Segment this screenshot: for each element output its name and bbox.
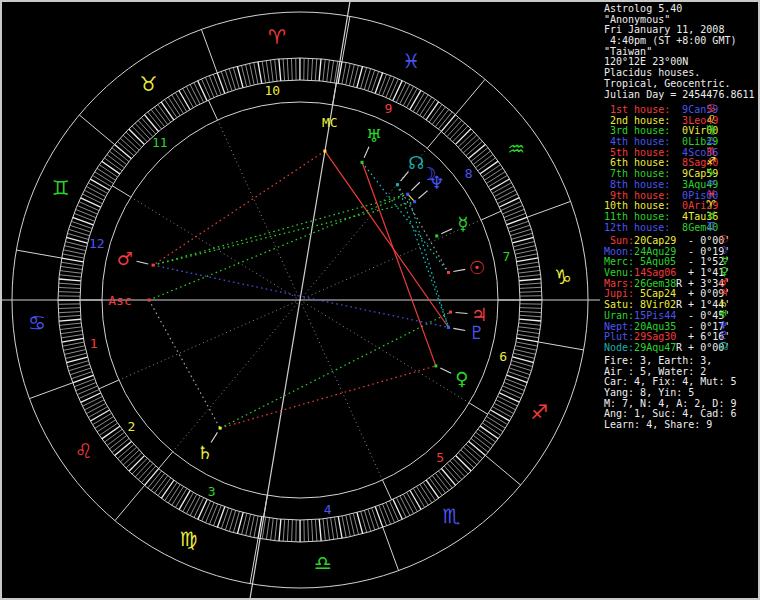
degree-tick [487, 417, 506, 429]
planet-label: Mars: [604, 278, 634, 289]
degree-tick [206, 503, 215, 523]
degree-tick [271, 518, 274, 540]
degree-tick [496, 190, 516, 200]
degree-tick [246, 514, 251, 535]
house-number: 3 [208, 484, 216, 499]
sign-boundary-spoke [455, 79, 485, 114]
degree-tick [509, 368, 530, 375]
degree-tick [59, 323, 81, 325]
sign-boundary-spoke [383, 527, 399, 570]
degree-tick [501, 202, 521, 211]
sign-boundary-spoke [538, 342, 583, 350]
degree-tick [517, 338, 539, 342]
degree-tick [308, 58, 309, 80]
degree-tick [346, 515, 351, 537]
house-cusp-spoke [99, 380, 119, 389]
degree-tick [287, 520, 288, 542]
sign-boundary-spoke [115, 485, 145, 520]
planet-icon: ☊ [718, 342, 728, 353]
aspect-line [153, 202, 415, 265]
zodiac-sign-icon: ♋ [28, 311, 46, 335]
chart-info-panel: Astrolog 5.40"Anonymous"Fri January 11, … [604, 0, 758, 600]
degree-tick [86, 403, 105, 413]
degree-tick [315, 519, 317, 541]
degree-tick [516, 254, 538, 258]
sign-boundary-spoke [485, 455, 520, 485]
degree-tick [519, 319, 541, 321]
degree-tick [390, 501, 399, 521]
degree-tick [292, 520, 293, 542]
degree-tick [217, 507, 225, 528]
planet-icon: ♂ [117, 248, 133, 269]
degree-tick [327, 518, 330, 540]
degree-tick [221, 71, 228, 92]
planet-dot [449, 311, 452, 314]
degree-tick [59, 319, 81, 321]
degree-tick [334, 517, 337, 539]
degree-tick [505, 213, 526, 221]
degree-tick [507, 375, 528, 383]
degree-tick [79, 390, 99, 399]
degree-tick [519, 279, 541, 281]
degree-tick [520, 308, 542, 309]
degree-tick [74, 213, 95, 221]
planet-icon: ☊ [408, 152, 424, 173]
degree-tick [198, 81, 207, 101]
zodiac-sign-icon: ♏ [443, 504, 461, 528]
planet-label: Uran: [604, 310, 634, 321]
degree-tick [73, 375, 94, 383]
degree-tick [205, 77, 214, 97]
degree-tick [58, 308, 80, 309]
degree-tick [403, 86, 413, 105]
aspect-line [153, 151, 325, 265]
degree-tick [168, 485, 180, 503]
degree-tick [81, 198, 101, 207]
degree-tick [64, 350, 85, 355]
degree-tick [291, 58, 292, 80]
degree-tick [516, 342, 538, 346]
degree-tick [397, 498, 407, 518]
degree-tick [202, 79, 211, 99]
degree-tick [519, 323, 541, 325]
degree-tick [515, 250, 537, 255]
degree-tick [58, 287, 80, 288]
degree-tick [60, 331, 82, 334]
degree-tick [323, 519, 325, 541]
house-number: 4 [324, 502, 332, 517]
zodiac-sign-icon: ♌ [75, 439, 93, 463]
degree-tick [77, 206, 97, 215]
house-cusp-spoke [159, 452, 173, 469]
planet-dot [413, 200, 416, 203]
degree-tick [485, 420, 503, 432]
sign-boundary-spoke [79, 115, 114, 145]
degree-tick [400, 84, 410, 104]
degree-tick [62, 338, 84, 342]
degree-tick [379, 505, 387, 526]
degree-tick [70, 225, 91, 232]
element-tally: Fire: 3, Earth: 3,Air : 5, Water: 2Car: … [604, 356, 736, 431]
degree-tick [514, 349, 535, 354]
aspect-line [220, 366, 436, 428]
degree-tick [518, 331, 540, 334]
degree-tick [379, 74, 387, 95]
degree-tick [77, 386, 97, 395]
astrolog-window: ☉☽☿♀♂♃♄♅♆♇☊MCAsc♈♉♊♋♌♍♎♏♐♑♒♓123456789101… [0, 0, 760, 600]
planet-label: Merc: [604, 256, 634, 267]
degree-tick [331, 60, 334, 82]
degree-tick [308, 520, 309, 542]
degree-tick [254, 62, 258, 84]
planet-dot [406, 193, 409, 196]
planet-dot [323, 150, 326, 153]
planet-icon: ♄ [197, 442, 213, 463]
degree-tick [84, 190, 104, 200]
degree-tick [287, 58, 288, 80]
degree-tick [97, 420, 115, 432]
degree-tick [95, 417, 114, 429]
degree-tick [64, 246, 85, 251]
degree-tick [508, 372, 529, 379]
degree-tick [95, 172, 114, 184]
aspect-line [220, 312, 450, 428]
header-line: Julian Day = 2454476.8611 [604, 90, 755, 101]
aspect-line [397, 185, 448, 328]
aspect-line [149, 300, 220, 428]
